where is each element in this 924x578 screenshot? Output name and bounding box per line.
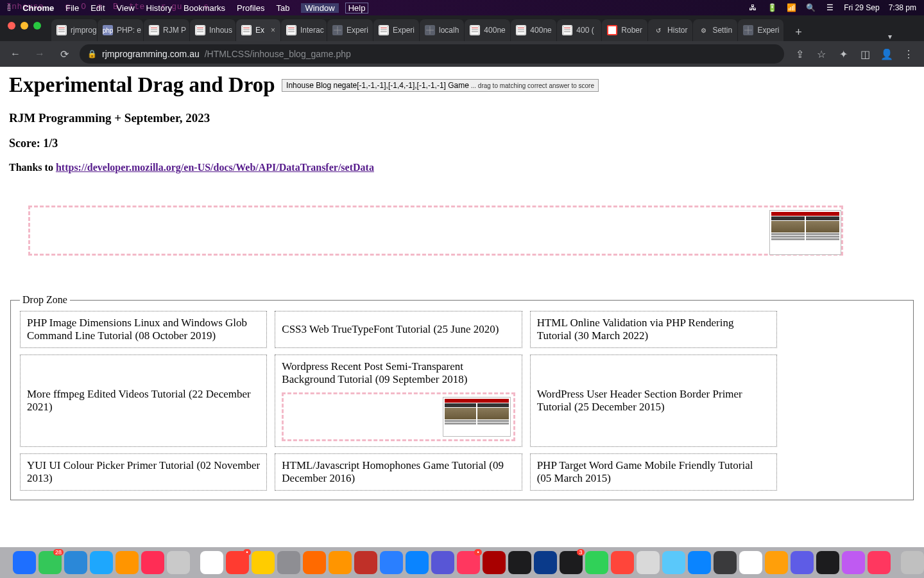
- matched-drop-area[interactable]: [282, 392, 515, 441]
- back-button[interactable]: ←: [6, 45, 24, 63]
- drop-cell[interactable]: PHP Image Dimensions Linux and Windows G…: [20, 311, 267, 348]
- browser-tab[interactable]: Experi: [373, 19, 420, 41]
- chrome-menu-button[interactable]: ⋮: [900, 45, 918, 63]
- share-button[interactable]: ⇪: [791, 45, 809, 63]
- drop-cell[interactable]: HTML Online Validation via PHP Rendering…: [530, 311, 777, 348]
- menu-bookmarks[interactable]: Bookmarks: [184, 3, 225, 13]
- dock-app-icon[interactable]: 3: [560, 551, 583, 574]
- menu-history[interactable]: History: [146, 3, 172, 13]
- dock-app-icon[interactable]: [406, 551, 429, 574]
- dock-app-icon[interactable]: [13, 551, 36, 574]
- reload-button[interactable]: ⟳: [55, 45, 73, 63]
- tab-close-icon[interactable]: ×: [271, 26, 275, 35]
- drop-cell[interactable]: Wordpress Recent Post Semi-Transparent B…: [275, 355, 522, 447]
- drop-cell[interactable]: YUI UI Colour Picker Primer Tutorial (02…: [20, 453, 267, 491]
- game-mode-button[interactable]: Inhouse Blog negate[-1,-1,-1],[-1,4,-1],…: [282, 79, 599, 92]
- dock-app-icon[interactable]: [303, 551, 326, 574]
- browser-tab[interactable]: 400ne: [511, 19, 557, 41]
- sidepanel-button[interactable]: ◫: [856, 45, 874, 63]
- dock-app-icon[interactable]: [585, 551, 608, 574]
- bluetooth-icon[interactable]: 🖧: [748, 3, 758, 12]
- drop-cell[interactable]: More ffmpeg Edited Videos Tutorial (22 D…: [20, 355, 267, 447]
- browser-tab[interactable]: 400ne: [465, 19, 511, 41]
- browser-tab[interactable]: Rober: [602, 19, 648, 41]
- browser-tab[interactable]: Interac: [281, 19, 327, 41]
- browser-tab[interactable]: Experi: [327, 19, 373, 41]
- dock-app-icon[interactable]: 28: [38, 551, 62, 574]
- drop-cell[interactable]: WordPress User Header Section Border Pri…: [530, 355, 777, 447]
- browser-tab[interactable]: Ex×: [236, 19, 281, 41]
- dock-app-icon[interactable]: [380, 551, 403, 574]
- menu-view[interactable]: View: [117, 3, 135, 13]
- draggable-thumbnail[interactable]: [769, 210, 841, 255]
- apple-menu-icon[interactable]: : [8, 3, 11, 13]
- dock-app-icon[interactable]: [791, 551, 814, 574]
- dock-app-icon[interactable]: [329, 551, 352, 574]
- dock-app-icon[interactable]: [534, 551, 557, 574]
- dock-app-icon[interactable]: [868, 551, 891, 574]
- dock-app-icon[interactable]: [483, 551, 506, 574]
- page-viewport[interactable]: Experimental Drag and Drop Inhouse Blog …: [0, 67, 924, 547]
- dock-app-icon[interactable]: [816, 551, 839, 574]
- browser-tab[interactable]: 400 (: [557, 19, 602, 41]
- browser-tab[interactable]: localh: [420, 19, 465, 41]
- menu-tab[interactable]: Tab: [276, 3, 289, 13]
- menu-app[interactable]: Chrome: [22, 3, 54, 13]
- profile-button[interactable]: 👤: [878, 45, 896, 63]
- drop-cell[interactable]: HTML/Javascript Homophones Game Tutorial…: [275, 453, 522, 491]
- dock-app-icon[interactable]: [842, 551, 865, 574]
- thanks-link[interactable]: https://developer.mozilla.org/en-US/docs…: [56, 162, 374, 173]
- dock-app-icon[interactable]: [200, 551, 223, 574]
- dock-app-icon[interactable]: [637, 551, 660, 574]
- dock-app-icon[interactable]: •: [457, 551, 480, 574]
- new-tab-button[interactable]: +: [789, 23, 807, 41]
- wifi-icon[interactable]: 📶: [786, 3, 796, 12]
- dock-app-icon[interactable]: [167, 551, 190, 574]
- minimize-window-button[interactable]: [21, 22, 28, 30]
- dock-app-icon[interactable]: [901, 551, 924, 574]
- close-window-button[interactable]: [8, 22, 15, 30]
- browser-tab[interactable]: RJM P: [144, 19, 190, 41]
- dock-app-icon[interactable]: [739, 551, 762, 574]
- dock-app-icon[interactable]: [90, 551, 113, 574]
- dock-app-icon[interactable]: [765, 551, 788, 574]
- menubar-date[interactable]: Fri 29 Sep: [844, 3, 879, 12]
- address-bar[interactable]: 🔒 rjmprogramming.com.au/HTMLCSS/inhouse_…: [80, 44, 784, 64]
- menu-file[interactable]: File: [65, 3, 79, 13]
- extensions-button[interactable]: ✦: [834, 45, 852, 63]
- browser-tab[interactable]: phpPHP: e: [98, 19, 144, 41]
- browser-tab[interactable]: Experi: [738, 19, 784, 41]
- browser-tab[interactable]: Inhous: [190, 19, 236, 41]
- dock-app-icon[interactable]: [611, 551, 634, 574]
- dropped-thumbnail[interactable]: [443, 397, 511, 437]
- zoom-window-button[interactable]: [33, 22, 41, 30]
- dock-app-icon[interactable]: [431, 551, 454, 574]
- dock-app-icon[interactable]: [116, 551, 139, 574]
- dock-app-icon[interactable]: [714, 551, 737, 574]
- tab-overflow-button[interactable]: ▾: [882, 32, 898, 41]
- browser-tab[interactable]: rjmprog: [51, 19, 98, 41]
- dock-app-icon[interactable]: •: [226, 551, 249, 574]
- drop-cell[interactable]: CSS3 Web TrueTypeFont Tutorial (25 June …: [275, 311, 522, 348]
- menu-profiles[interactable]: Profiles: [237, 3, 264, 13]
- dock-app-icon[interactable]: [252, 551, 275, 574]
- dock-app-icon[interactable]: [354, 551, 377, 574]
- menubar-time[interactable]: 7:38 pm: [889, 3, 916, 12]
- control-center-icon[interactable]: ☰: [825, 3, 835, 12]
- menu-edit[interactable]: Edit: [90, 3, 105, 13]
- dock-app-icon[interactable]: [277, 551, 300, 574]
- forward-button[interactable]: →: [31, 45, 49, 63]
- dock-app-icon[interactable]: [64, 551, 87, 574]
- dock-app-icon[interactable]: [688, 551, 711, 574]
- battery-icon[interactable]: 🔋: [767, 3, 777, 12]
- dock-app-icon[interactable]: [141, 551, 164, 574]
- menu-help[interactable]: Help: [348, 3, 369, 13]
- dock-app-icon[interactable]: [508, 551, 531, 574]
- drop-cell[interactable]: PHP Target Word Game Mobile Friendly Tut…: [530, 453, 777, 491]
- menu-window[interactable]: Window: [301, 3, 336, 13]
- browser-tab[interactable]: ⚙Settin: [693, 19, 738, 41]
- browser-tab[interactable]: ↺Histor: [648, 19, 693, 41]
- drag-source-tray[interactable]: [28, 206, 843, 256]
- dock-app-icon[interactable]: [662, 551, 685, 574]
- bookmark-button[interactable]: ☆: [812, 45, 830, 63]
